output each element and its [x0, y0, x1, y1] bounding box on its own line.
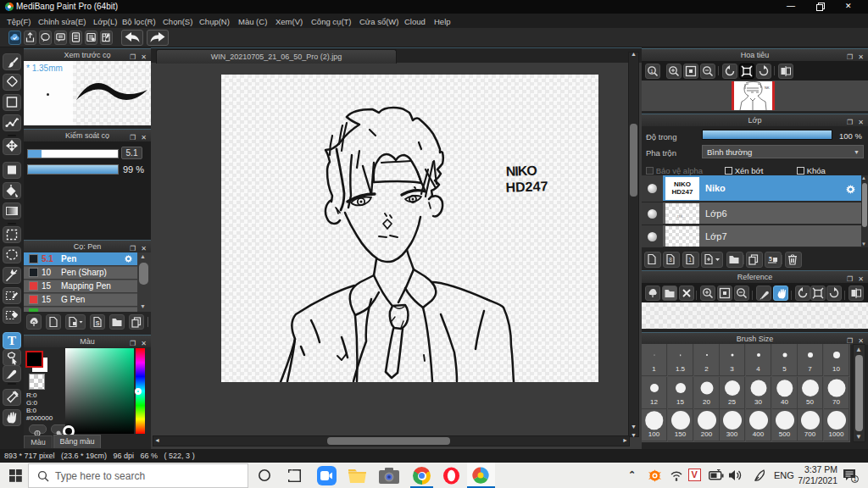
svg-text:1: 1 — [650, 69, 654, 74]
svg-text:NIKO: NIKO — [505, 164, 537, 179]
svg-text:1: 1 — [688, 257, 692, 263]
svg-text:5: 5 — [769, 256, 772, 262]
svg-text:S: S — [96, 320, 100, 326]
svg-text:8: 8 — [669, 257, 672, 263]
svg-text:HD247: HD247 — [505, 179, 548, 195]
svg-text:T: T — [8, 334, 16, 347]
svg-text:NK: NK — [765, 86, 770, 90]
svg-text:1: 1 — [853, 475, 856, 483]
